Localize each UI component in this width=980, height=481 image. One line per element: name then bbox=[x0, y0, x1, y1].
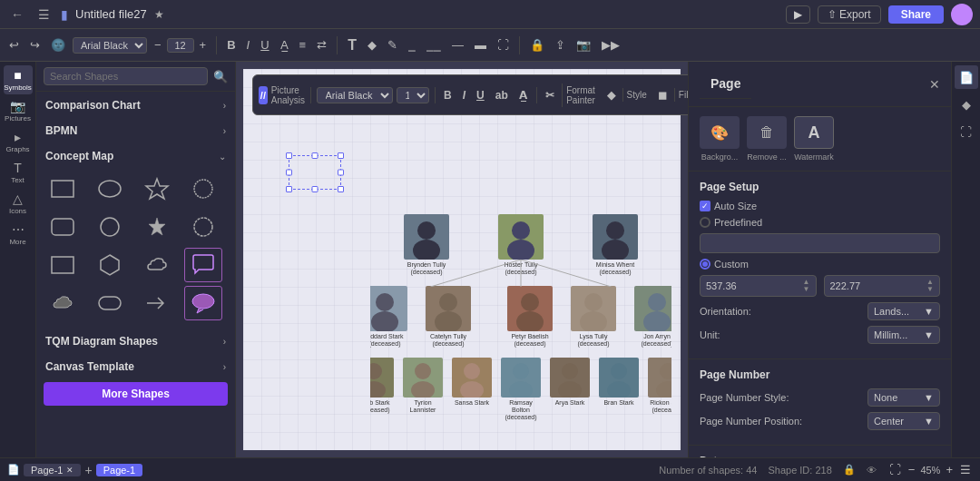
zoom-out-button[interactable]: − bbox=[906, 463, 917, 476]
bg-watermark-option[interactable]: A Watermark bbox=[794, 116, 834, 162]
shape-rect-fill[interactable] bbox=[44, 248, 82, 282]
avatar[interactable] bbox=[951, 4, 973, 25]
font-increase-button[interactable]: + bbox=[196, 36, 211, 54]
shape-oval[interactable] bbox=[91, 172, 129, 206]
shape-fill-button[interactable]: ◆ bbox=[364, 36, 380, 54]
more-shapes-button[interactable]: More Shapes bbox=[44, 382, 228, 406]
handle-tl[interactable] bbox=[286, 152, 292, 159]
font-decrease-button[interactable]: − bbox=[151, 36, 165, 54]
selected-shape[interactable] bbox=[289, 155, 341, 190]
active-page-tab[interactable]: Page-1 bbox=[96, 464, 142, 476]
shape-star[interactable] bbox=[138, 172, 176, 206]
predefined-input[interactable] bbox=[700, 233, 940, 253]
star-icon[interactable]: ★ bbox=[154, 8, 164, 21]
shape-rounded-rect[interactable] bbox=[44, 210, 82, 244]
shape-burst[interactable] bbox=[184, 172, 222, 206]
zoom-settings-button[interactable]: ☰ bbox=[958, 463, 973, 476]
width-down-spinner[interactable]: ▼ bbox=[803, 286, 810, 293]
rp-grid-icon[interactable]: ⛶ bbox=[955, 120, 978, 143]
shape-cloud2[interactable] bbox=[44, 286, 82, 320]
height-down-spinner[interactable]: ▼ bbox=[926, 286, 934, 293]
text-button[interactable]: T bbox=[344, 35, 360, 55]
tqm-header[interactable]: TQM Diagram Shapes › bbox=[36, 328, 235, 353]
canvas-area[interactable]: // Picture Analysis Arial Black 12 B I U… bbox=[236, 62, 688, 457]
auto-size-checkbox[interactable] bbox=[700, 201, 710, 211]
concept-map-header[interactable]: Concept Map ⌄ bbox=[36, 142, 235, 168]
dash-button[interactable]: — bbox=[448, 36, 467, 54]
search-icon[interactable]: 🔍 bbox=[213, 70, 228, 83]
text-tool[interactable]: T Text bbox=[4, 158, 33, 187]
pictures-tool[interactable]: 📷 Pictures bbox=[4, 96, 33, 125]
handle-tr[interactable] bbox=[338, 152, 344, 159]
shape-arrow[interactable] bbox=[138, 286, 176, 320]
lock-button[interactable]: 🔒 bbox=[526, 36, 548, 54]
share2-button[interactable]: ⇪ bbox=[552, 36, 569, 54]
bold-button[interactable]: B bbox=[223, 36, 239, 54]
unit-select[interactable]: Millim... ▼ bbox=[867, 326, 940, 344]
canvas[interactable]: // Picture Analysis Arial Black 12 B I U… bbox=[243, 69, 681, 450]
ft-font-select[interactable]: Arial Black bbox=[317, 87, 393, 103]
handle-bm[interactable] bbox=[312, 186, 318, 192]
paint-button[interactable]: 🌚 bbox=[47, 36, 69, 54]
shape-circle[interactable] bbox=[91, 210, 129, 244]
handle-tm[interactable] bbox=[312, 152, 318, 159]
symbols-tool[interactable]: ■ Symbols bbox=[4, 65, 33, 94]
connector-button[interactable]: ⎯ bbox=[405, 36, 419, 54]
page-number-position-select[interactable]: Center ▼ bbox=[867, 412, 940, 430]
photo-button[interactable]: 📷 bbox=[573, 36, 594, 54]
undo-button[interactable]: ↩ bbox=[5, 36, 23, 54]
page-tab-1[interactable]: Page-1 ✕ bbox=[24, 464, 81, 476]
search-input[interactable] bbox=[44, 67, 208, 85]
font-color-button[interactable]: A̲ bbox=[277, 36, 292, 54]
orientation-select[interactable]: Lands... ▼ bbox=[867, 302, 940, 320]
bg-remove-option[interactable]: 🗑 Remove ... bbox=[747, 116, 787, 162]
menu-button[interactable]: ☰ bbox=[34, 5, 54, 24]
predefined-radio[interactable] bbox=[700, 217, 710, 228]
ft-fill-button[interactable]: ◼ bbox=[654, 87, 671, 103]
shape-speech2[interactable] bbox=[184, 286, 222, 320]
handle-ml[interactable] bbox=[286, 170, 292, 176]
redo-button[interactable]: ↪ bbox=[26, 36, 44, 54]
table-button[interactable]: ⛶ bbox=[494, 36, 513, 54]
list-button[interactable]: ⇄ bbox=[313, 36, 330, 54]
shape-burst2[interactable] bbox=[184, 210, 222, 244]
ft-format-painter-button[interactable]: ✂ bbox=[542, 87, 558, 103]
rp-close-button[interactable]: ✕ bbox=[929, 77, 940, 92]
more-tools-button[interactable]: ▶▶ bbox=[598, 36, 623, 54]
page-tab-close[interactable]: ✕ bbox=[66, 466, 74, 475]
ft-italic-button[interactable]: I bbox=[459, 87, 469, 103]
zoom-fit-button[interactable]: ⛶ bbox=[887, 463, 903, 476]
bg-background-option[interactable]: 🎨 Backgro... bbox=[700, 116, 740, 162]
shape-speech[interactable] bbox=[184, 248, 222, 282]
handle-br[interactable] bbox=[338, 186, 344, 192]
shape-cloud[interactable] bbox=[138, 248, 176, 282]
comparison-chart-header[interactable]: Comparison Chart › bbox=[36, 92, 235, 117]
rp-page-icon[interactable]: 📄 bbox=[955, 65, 978, 89]
more-tool[interactable]: ⋯ More bbox=[4, 220, 33, 249]
pen-button[interactable]: ✎ bbox=[384, 36, 401, 54]
ft-ab-button[interactable]: ab bbox=[492, 87, 512, 103]
shape-rectangle[interactable] bbox=[44, 172, 82, 206]
ft-size-select[interactable]: 12 bbox=[397, 87, 429, 103]
underline-button[interactable]: U bbox=[257, 36, 272, 54]
ft-fontcolor-button[interactable]: A̲ bbox=[515, 87, 531, 103]
add-page-button[interactable]: + bbox=[84, 463, 92, 477]
back-button[interactable]: ← bbox=[7, 5, 27, 24]
shape-star6[interactable] bbox=[138, 210, 176, 244]
line-style-button[interactable]: ⎯⎯ bbox=[423, 36, 445, 54]
share-button[interactable]: Share bbox=[888, 5, 944, 24]
shape-hexagon[interactable] bbox=[91, 248, 129, 282]
italic-button[interactable]: I bbox=[243, 36, 254, 54]
width-input[interactable]: 537.36 ▲ ▼ bbox=[700, 275, 817, 297]
graphs-tool[interactable]: ▸ Graphs bbox=[4, 127, 33, 156]
icons-tool[interactable]: △ Icons bbox=[4, 189, 33, 218]
play-button[interactable]: ▶ bbox=[786, 5, 810, 24]
custom-radio[interactable] bbox=[700, 259, 710, 270]
ft-underline-button[interactable]: U bbox=[473, 87, 488, 103]
ft-bold-button[interactable]: B bbox=[440, 87, 456, 103]
bpmn-header[interactable]: BPMN › bbox=[36, 117, 235, 142]
grid-button[interactable]: ▬ bbox=[471, 36, 490, 54]
rp-style-icon[interactable]: ◆ bbox=[955, 93, 978, 116]
handle-mr[interactable] bbox=[338, 170, 344, 176]
ft-style-button[interactable]: ◆ bbox=[603, 87, 619, 103]
